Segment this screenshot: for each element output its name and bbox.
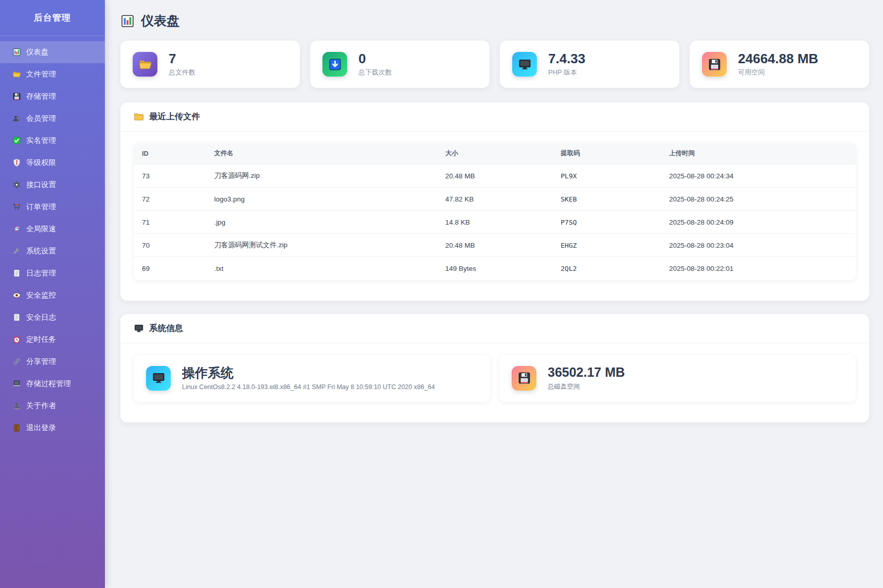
folder-open-icon — [12, 70, 21, 79]
person-icon — [12, 401, 21, 410]
download-icon — [322, 52, 347, 77]
os-info-card: 操作系统 Linux CentOs8.2.2 4.18.0-193.el8.x8… — [134, 355, 490, 402]
door-icon — [12, 424, 21, 432]
folder-icon — [134, 112, 144, 122]
sidebar-item[interactable]: 关于作者 — [0, 395, 105, 417]
chart-bar-icon — [12, 48, 21, 57]
os-detail: Linux CentOs8.2.2 4.18.0-193.el8.x86_64 … — [182, 383, 435, 391]
monitor-icon — [146, 366, 171, 391]
alarm-icon — [12, 335, 21, 344]
stat-label: 可用空间 — [738, 68, 818, 77]
monitor-icon — [134, 323, 144, 334]
sidebar-item[interactable]: 安全监控 — [0, 284, 105, 306]
shield-icon — [12, 158, 21, 167]
sidebar-item-label: 存储管理 — [26, 91, 56, 101]
floppy-icon — [702, 52, 727, 77]
stat-value: 0 — [358, 51, 392, 66]
gear-icon — [12, 180, 21, 189]
table-row: 70刀客源码网测试文件.zip20.48 MBEHGZ2025-08-28 00… — [134, 234, 856, 257]
table-row: 73刀客源码网.zip20.48 MBPL9X2025-08-28 00:24:… — [134, 164, 856, 188]
row-id: 72 — [134, 188, 206, 211]
column-header: 上传时间 — [661, 143, 856, 164]
eye-icon — [12, 291, 21, 300]
sidebar-item[interactable]: 存储管理 — [0, 85, 105, 107]
sidebar-item[interactable]: 会员管理 — [0, 107, 105, 130]
file-name: .jpg — [206, 211, 437, 234]
system-info-card: 系统信息 操作系统 Linux CentOs8.2.2 4.18.0-193.e… — [120, 314, 869, 422]
column-header: ID — [134, 143, 206, 164]
sidebar-item-label: 存储过程管理 — [26, 379, 71, 389]
stats-row: 7总文件数0总下载次数7.4.33PHP 版本24664.88 MB可用空间 — [120, 41, 869, 88]
sidebar-item-label: 分享管理 — [26, 357, 56, 366]
sidebar-item-label: 日志管理 — [26, 268, 56, 278]
row-id: 71 — [134, 211, 206, 234]
stat-label: PHP 版本 — [548, 68, 585, 77]
sidebar-item[interactable]: 等级权限 — [0, 152, 105, 174]
sidebar-item-label: 等级权限 — [26, 158, 56, 168]
sidebar-item-label: 全局限速 — [26, 224, 56, 234]
stat-card: 24664.88 MB可用空间 — [690, 41, 869, 88]
row-id: 70 — [134, 234, 206, 257]
sidebar-item-label: 安全监控 — [26, 290, 56, 300]
file-size: 149 Bytes — [437, 257, 553, 280]
stat-label: 总下载次数 — [358, 68, 392, 77]
file-size: 47.82 KB — [437, 188, 553, 211]
table-row: 69.txt149 Bytes2QL22025-08-28 00:22:01 — [134, 257, 856, 280]
sidebar-item-label: 会员管理 — [26, 114, 56, 123]
sidebar: 后台管理 仪表盘文件管理存储管理会员管理实名管理等级权限接口设置订单管理全局限速… — [0, 0, 105, 588]
stat-value: 7.4.33 — [548, 51, 585, 66]
upload-time: 2025-08-28 00:24:09 — [661, 211, 856, 234]
disk-total-value: 36502.17 MB — [548, 365, 625, 380]
sidebar-item[interactable]: 定时任务 — [0, 328, 105, 351]
system-info-title: 系统信息 — [149, 323, 183, 334]
page-header: 仪表盘 — [120, 12, 869, 29]
stat-value: 7 — [169, 51, 195, 66]
upload-time: 2025-08-28 00:24:25 — [661, 188, 856, 211]
sidebar-nav: 仪表盘文件管理存储管理会员管理实名管理等级权限接口设置订单管理全局限速系统设置日… — [0, 36, 105, 439]
row-id: 69 — [134, 257, 206, 280]
sidebar-item-label: 订单管理 — [26, 202, 56, 212]
system-info-body: 操作系统 Linux CentOs8.2.2 4.18.0-193.el8.x8… — [120, 343, 869, 422]
sidebar-item[interactable]: 安全日志 — [0, 306, 105, 328]
sidebar-item-label: 文件管理 — [26, 69, 56, 79]
sidebar-item[interactable]: 仪表盘 — [0, 41, 105, 63]
sidebar-item[interactable]: 订单管理 — [0, 196, 105, 218]
stat-label: 总文件数 — [169, 68, 195, 77]
upload-time: 2025-08-28 00:23:04 — [661, 234, 856, 257]
app-title: 后台管理 — [0, 0, 105, 36]
file-name: .txt — [206, 257, 437, 280]
column-header: 大小 — [437, 143, 553, 164]
users-icon — [12, 114, 21, 123]
sidebar-item[interactable]: 实名管理 — [0, 130, 105, 152]
floppy-icon — [12, 92, 21, 101]
cart-icon — [12, 203, 21, 211]
file-size: 14.8 KB — [437, 211, 553, 234]
stat-card: 7总文件数 — [120, 41, 300, 88]
sidebar-item[interactable]: 接口设置 — [0, 174, 105, 196]
stat-value: 24664.88 MB — [738, 51, 818, 66]
disk-info-card: 36502.17 MB 总磁盘空间 — [499, 355, 856, 402]
sidebar-item[interactable]: 存储过程管理 — [0, 373, 105, 395]
recent-uploads-title: 最近上传文件 — [149, 111, 200, 122]
column-header: 文件名 — [206, 143, 437, 164]
sidebar-item-label: 关于作者 — [26, 401, 56, 411]
sidebar-item[interactable]: 分享管理 — [0, 351, 105, 373]
os-title: 操作系统 — [182, 365, 435, 380]
folder-open-icon — [133, 52, 157, 77]
sidebar-item-label: 系统设置 — [26, 246, 56, 256]
sidebar-item[interactable]: 系统设置 — [0, 240, 105, 262]
sidebar-item[interactable]: 文件管理 — [0, 63, 105, 85]
extract-code: 2QL2 — [552, 257, 661, 280]
chart-bar-icon — [120, 14, 135, 28]
upload-time: 2025-08-28 00:22:01 — [661, 257, 856, 280]
check-badge-icon — [12, 136, 21, 145]
sidebar-item[interactable]: 退出登录 — [0, 417, 105, 439]
sidebar-item-label: 定时任务 — [26, 335, 56, 344]
main-content: 仪表盘 7总文件数0总下载次数7.4.33PHP 版本24664.88 MB可用… — [105, 0, 883, 456]
sidebar-item[interactable]: 日志管理 — [0, 262, 105, 284]
sidebar-item[interactable]: 全局限速 — [0, 218, 105, 240]
table-row: 72logo3.png47.82 KBSKEB2025-08-28 00:24:… — [134, 188, 856, 211]
extract-code: PL9X — [552, 164, 661, 188]
link-icon — [12, 357, 21, 366]
uploads-table: ID文件名大小提取码上传时间 73刀客源码网.zip20.48 MBPL9X20… — [134, 143, 856, 280]
